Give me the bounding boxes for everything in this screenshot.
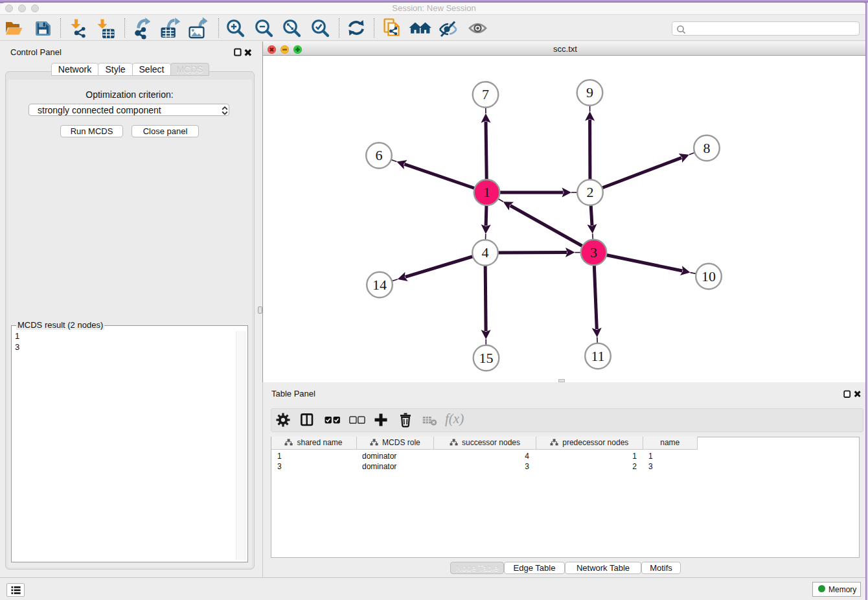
svg-text:4: 4: [482, 244, 489, 260]
svg-text:9: 9: [586, 84, 593, 100]
svg-text:2: 2: [587, 184, 594, 200]
svg-text:8: 8: [703, 140, 711, 156]
svg-text:6: 6: [376, 147, 383, 163]
svg-text:7: 7: [482, 86, 489, 102]
svg-text:3: 3: [590, 244, 597, 260]
svg-text:1: 1: [483, 184, 490, 200]
svg-text:11: 11: [591, 348, 604, 364]
svg-text:14: 14: [372, 277, 387, 293]
svg-text:15: 15: [479, 350, 494, 366]
svg-text:10: 10: [702, 268, 716, 284]
